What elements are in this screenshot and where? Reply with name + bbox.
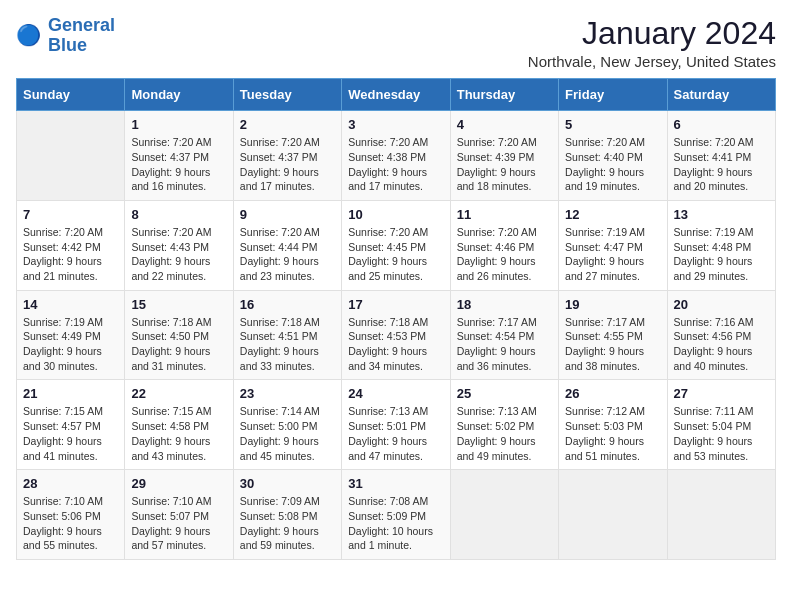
- calendar-cell: 7Sunrise: 7:20 AMSunset: 4:42 PMDaylight…: [17, 200, 125, 290]
- day-number: 3: [348, 117, 443, 132]
- day-number: 12: [565, 207, 660, 222]
- day-info: Sunrise: 7:20 AMSunset: 4:41 PMDaylight:…: [674, 135, 769, 194]
- day-info: Sunrise: 7:09 AMSunset: 5:08 PMDaylight:…: [240, 494, 335, 553]
- calendar-cell: 28Sunrise: 7:10 AMSunset: 5:06 PMDayligh…: [17, 470, 125, 560]
- calendar-body: 1Sunrise: 7:20 AMSunset: 4:37 PMDaylight…: [17, 111, 776, 560]
- day-info: Sunrise: 7:20 AMSunset: 4:42 PMDaylight:…: [23, 225, 118, 284]
- calendar-cell: 26Sunrise: 7:12 AMSunset: 5:03 PMDayligh…: [559, 380, 667, 470]
- day-number: 27: [674, 386, 769, 401]
- day-number: 6: [674, 117, 769, 132]
- day-number: 29: [131, 476, 226, 491]
- svg-text:🔵: 🔵: [16, 23, 42, 48]
- day-number: 7: [23, 207, 118, 222]
- weekday-header-thursday: Thursday: [450, 79, 558, 111]
- day-number: 14: [23, 297, 118, 312]
- calendar-cell: [17, 111, 125, 201]
- weekday-header-friday: Friday: [559, 79, 667, 111]
- day-info: Sunrise: 7:17 AMSunset: 4:54 PMDaylight:…: [457, 315, 552, 374]
- calendar-cell: 14Sunrise: 7:19 AMSunset: 4:49 PMDayligh…: [17, 290, 125, 380]
- weekday-header-wednesday: Wednesday: [342, 79, 450, 111]
- day-number: 4: [457, 117, 552, 132]
- day-info: Sunrise: 7:12 AMSunset: 5:03 PMDaylight:…: [565, 404, 660, 463]
- day-info: Sunrise: 7:18 AMSunset: 4:50 PMDaylight:…: [131, 315, 226, 374]
- weekday-header-tuesday: Tuesday: [233, 79, 341, 111]
- day-number: 10: [348, 207, 443, 222]
- weekday-header-row: SundayMondayTuesdayWednesdayThursdayFrid…: [17, 79, 776, 111]
- day-info: Sunrise: 7:11 AMSunset: 5:04 PMDaylight:…: [674, 404, 769, 463]
- calendar-cell: 2Sunrise: 7:20 AMSunset: 4:37 PMDaylight…: [233, 111, 341, 201]
- day-info: Sunrise: 7:20 AMSunset: 4:37 PMDaylight:…: [131, 135, 226, 194]
- calendar-cell: 18Sunrise: 7:17 AMSunset: 4:54 PMDayligh…: [450, 290, 558, 380]
- day-info: Sunrise: 7:15 AMSunset: 4:57 PMDaylight:…: [23, 404, 118, 463]
- day-number: 11: [457, 207, 552, 222]
- calendar-cell: 9Sunrise: 7:20 AMSunset: 4:44 PMDaylight…: [233, 200, 341, 290]
- calendar-cell: 31Sunrise: 7:08 AMSunset: 5:09 PMDayligh…: [342, 470, 450, 560]
- logo-bird-icon: 🔵: [16, 22, 44, 50]
- calendar-cell: 27Sunrise: 7:11 AMSunset: 5:04 PMDayligh…: [667, 380, 775, 470]
- week-row-3: 14Sunrise: 7:19 AMSunset: 4:49 PMDayligh…: [17, 290, 776, 380]
- calendar-cell: 10Sunrise: 7:20 AMSunset: 4:45 PMDayligh…: [342, 200, 450, 290]
- calendar-cell: 6Sunrise: 7:20 AMSunset: 4:41 PMDaylight…: [667, 111, 775, 201]
- day-number: 17: [348, 297, 443, 312]
- page-header: 🔵 General Blue January 2024 Northvale, N…: [16, 16, 776, 70]
- title-block: January 2024 Northvale, New Jersey, Unit…: [528, 16, 776, 70]
- week-row-4: 21Sunrise: 7:15 AMSunset: 4:57 PMDayligh…: [17, 380, 776, 470]
- calendar-cell: 17Sunrise: 7:18 AMSunset: 4:53 PMDayligh…: [342, 290, 450, 380]
- day-info: Sunrise: 7:20 AMSunset: 4:45 PMDaylight:…: [348, 225, 443, 284]
- day-info: Sunrise: 7:19 AMSunset: 4:49 PMDaylight:…: [23, 315, 118, 374]
- day-number: 8: [131, 207, 226, 222]
- day-info: Sunrise: 7:13 AMSunset: 5:02 PMDaylight:…: [457, 404, 552, 463]
- day-info: Sunrise: 7:10 AMSunset: 5:07 PMDaylight:…: [131, 494, 226, 553]
- day-info: Sunrise: 7:20 AMSunset: 4:39 PMDaylight:…: [457, 135, 552, 194]
- week-row-1: 1Sunrise: 7:20 AMSunset: 4:37 PMDaylight…: [17, 111, 776, 201]
- day-number: 16: [240, 297, 335, 312]
- day-info: Sunrise: 7:13 AMSunset: 5:01 PMDaylight:…: [348, 404, 443, 463]
- day-number: 9: [240, 207, 335, 222]
- calendar-cell: [450, 470, 558, 560]
- calendar-cell: 24Sunrise: 7:13 AMSunset: 5:01 PMDayligh…: [342, 380, 450, 470]
- day-info: Sunrise: 7:20 AMSunset: 4:46 PMDaylight:…: [457, 225, 552, 284]
- calendar-cell: 12Sunrise: 7:19 AMSunset: 4:47 PMDayligh…: [559, 200, 667, 290]
- day-info: Sunrise: 7:19 AMSunset: 4:47 PMDaylight:…: [565, 225, 660, 284]
- day-number: 13: [674, 207, 769, 222]
- calendar-cell: 29Sunrise: 7:10 AMSunset: 5:07 PMDayligh…: [125, 470, 233, 560]
- day-number: 18: [457, 297, 552, 312]
- calendar-cell: 13Sunrise: 7:19 AMSunset: 4:48 PMDayligh…: [667, 200, 775, 290]
- weekday-header-monday: Monday: [125, 79, 233, 111]
- weekday-header-saturday: Saturday: [667, 79, 775, 111]
- day-info: Sunrise: 7:15 AMSunset: 4:58 PMDaylight:…: [131, 404, 226, 463]
- day-number: 31: [348, 476, 443, 491]
- day-number: 30: [240, 476, 335, 491]
- calendar-cell: 22Sunrise: 7:15 AMSunset: 4:58 PMDayligh…: [125, 380, 233, 470]
- day-number: 15: [131, 297, 226, 312]
- day-info: Sunrise: 7:17 AMSunset: 4:55 PMDaylight:…: [565, 315, 660, 374]
- calendar-cell: 19Sunrise: 7:17 AMSunset: 4:55 PMDayligh…: [559, 290, 667, 380]
- calendar-cell: 4Sunrise: 7:20 AMSunset: 4:39 PMDaylight…: [450, 111, 558, 201]
- day-info: Sunrise: 7:20 AMSunset: 4:43 PMDaylight:…: [131, 225, 226, 284]
- calendar-table: SundayMondayTuesdayWednesdayThursdayFrid…: [16, 78, 776, 560]
- day-number: 24: [348, 386, 443, 401]
- calendar-cell: [559, 470, 667, 560]
- day-number: 28: [23, 476, 118, 491]
- day-info: Sunrise: 7:16 AMSunset: 4:56 PMDaylight:…: [674, 315, 769, 374]
- calendar-cell: 8Sunrise: 7:20 AMSunset: 4:43 PMDaylight…: [125, 200, 233, 290]
- calendar-cell: 21Sunrise: 7:15 AMSunset: 4:57 PMDayligh…: [17, 380, 125, 470]
- calendar-cell: 20Sunrise: 7:16 AMSunset: 4:56 PMDayligh…: [667, 290, 775, 380]
- calendar-cell: 16Sunrise: 7:18 AMSunset: 4:51 PMDayligh…: [233, 290, 341, 380]
- calendar-cell: 3Sunrise: 7:20 AMSunset: 4:38 PMDaylight…: [342, 111, 450, 201]
- calendar-cell: 15Sunrise: 7:18 AMSunset: 4:50 PMDayligh…: [125, 290, 233, 380]
- day-info: Sunrise: 7:19 AMSunset: 4:48 PMDaylight:…: [674, 225, 769, 284]
- day-number: 23: [240, 386, 335, 401]
- day-info: Sunrise: 7:20 AMSunset: 4:40 PMDaylight:…: [565, 135, 660, 194]
- day-info: Sunrise: 7:20 AMSunset: 4:44 PMDaylight:…: [240, 225, 335, 284]
- weekday-header-sunday: Sunday: [17, 79, 125, 111]
- day-number: 1: [131, 117, 226, 132]
- calendar-cell: 11Sunrise: 7:20 AMSunset: 4:46 PMDayligh…: [450, 200, 558, 290]
- calendar-cell: [667, 470, 775, 560]
- day-info: Sunrise: 7:08 AMSunset: 5:09 PMDaylight:…: [348, 494, 443, 553]
- day-info: Sunrise: 7:18 AMSunset: 4:53 PMDaylight:…: [348, 315, 443, 374]
- day-number: 22: [131, 386, 226, 401]
- day-number: 26: [565, 386, 660, 401]
- day-number: 21: [23, 386, 118, 401]
- day-number: 5: [565, 117, 660, 132]
